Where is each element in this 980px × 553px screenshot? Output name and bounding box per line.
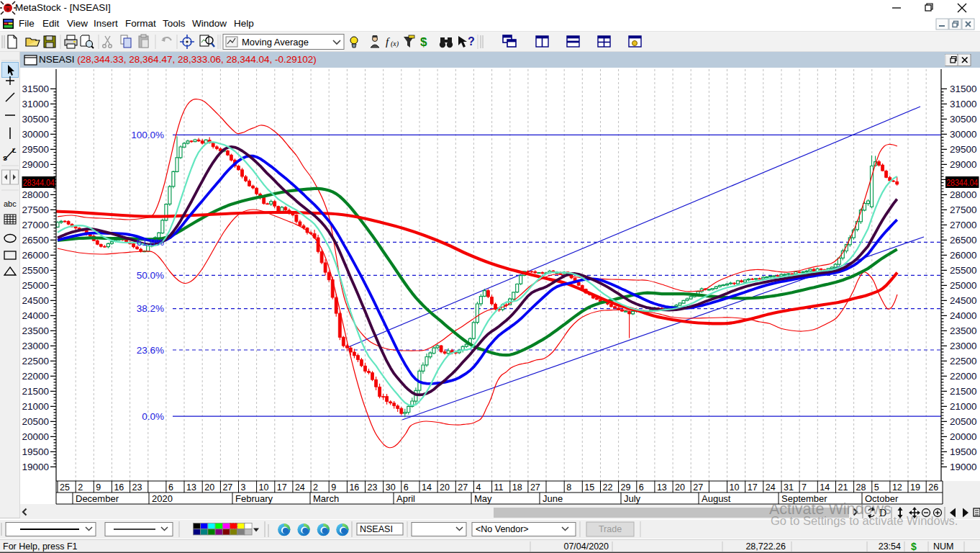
svg-text:24: 24 [295, 482, 305, 493]
svg-text:24000: 24000 [22, 310, 49, 321]
svg-text:0.0%: 0.0% [142, 411, 164, 422]
svg-text:8: 8 [566, 482, 571, 493]
svg-text:29000: 29000 [950, 159, 977, 170]
svg-text:9: 9 [331, 482, 336, 493]
svg-text:27: 27 [530, 482, 540, 493]
svg-text:30000: 30000 [950, 129, 977, 140]
svg-text:17: 17 [748, 482, 758, 493]
svg-text:22500: 22500 [22, 356, 49, 367]
svg-text:17: 17 [277, 482, 287, 493]
svg-text:23:54: 23:54 [879, 541, 901, 552]
svg-text:6: 6 [639, 482, 644, 493]
svg-text:$: $ [911, 541, 917, 552]
svg-text:27500: 27500 [22, 204, 49, 215]
svg-text:20: 20 [440, 482, 450, 493]
svg-text:24500: 24500 [22, 295, 49, 306]
svg-text:23500: 23500 [22, 325, 49, 336]
svg-text:20000: 20000 [950, 431, 977, 442]
svg-text:16: 16 [349, 482, 359, 493]
svg-text:June: June [543, 493, 563, 504]
svg-text:10: 10 [730, 482, 740, 493]
svg-text:27: 27 [222, 482, 232, 493]
svg-text:March: March [313, 493, 339, 504]
svg-text:07/04/2020: 07/04/2020 [563, 541, 609, 552]
svg-text:24000: 24000 [950, 310, 977, 321]
svg-text:December: December [76, 493, 119, 504]
svg-text:NUM: NUM [933, 541, 953, 552]
svg-text:31500: 31500 [22, 84, 49, 94]
svg-text:16: 16 [114, 482, 124, 493]
svg-text:22000: 22000 [22, 371, 49, 382]
svg-text:28: 28 [856, 482, 866, 493]
svg-text:50.0%: 50.0% [137, 270, 164, 281]
svg-text:26500: 26500 [950, 235, 977, 246]
svg-text:30000: 30000 [22, 129, 49, 140]
svg-text:29500: 29500 [950, 144, 977, 155]
svg-text:12: 12 [892, 482, 902, 493]
svg-text:30500: 30500 [22, 114, 49, 125]
svg-text:24500: 24500 [950, 295, 977, 306]
svg-text:2: 2 [313, 482, 318, 493]
svg-text:28344.04: 28344.04 [23, 177, 55, 188]
svg-text:27000: 27000 [950, 220, 977, 230]
svg-text:23500: 23500 [950, 325, 977, 336]
svg-text:26: 26 [928, 482, 938, 493]
svg-text:Trade: Trade [599, 524, 622, 534]
svg-text:18: 18 [512, 482, 522, 493]
svg-text:29500: 29500 [22, 144, 49, 155]
svg-text:31500: 31500 [950, 84, 977, 94]
svg-text:28,722.26: 28,722.26 [745, 541, 786, 552]
svg-text:23: 23 [368, 482, 378, 493]
svg-text:21000: 21000 [22, 401, 49, 412]
svg-text:4: 4 [476, 482, 481, 493]
svg-text:<No Vendor>: <No Vendor> [476, 524, 529, 534]
svg-text:27: 27 [458, 482, 468, 493]
svg-text:25000: 25000 [22, 280, 49, 291]
svg-text:20500: 20500 [950, 416, 977, 427]
svg-text:31: 31 [784, 482, 794, 493]
svg-text:28000: 28000 [22, 189, 49, 200]
svg-text:20500: 20500 [22, 416, 49, 427]
svg-text:25500: 25500 [950, 265, 977, 276]
svg-text:19500: 19500 [22, 446, 49, 457]
svg-text:23: 23 [132, 482, 142, 493]
svg-text:21500: 21500 [950, 386, 977, 397]
svg-text:28000: 28000 [950, 189, 977, 200]
svg-text:15: 15 [584, 482, 594, 493]
svg-text:23000: 23000 [22, 341, 49, 351]
svg-text:6: 6 [404, 482, 409, 493]
svg-text:21500: 21500 [22, 386, 49, 397]
svg-text:2020: 2020 [152, 493, 173, 504]
svg-text:19000: 19000 [22, 462, 49, 472]
svg-text:14: 14 [820, 482, 830, 493]
svg-text:26000: 26000 [22, 250, 49, 261]
svg-text:21000: 21000 [950, 401, 977, 412]
svg-text:20: 20 [675, 482, 685, 493]
svg-text:26500: 26500 [22, 235, 49, 246]
svg-text:23.6%: 23.6% [137, 345, 164, 356]
svg-text:100.0%: 100.0% [131, 130, 164, 140]
svg-text:For Help, press F1: For Help, press F1 [3, 541, 78, 552]
svg-text:20000: 20000 [22, 431, 49, 442]
svg-text:30500: 30500 [950, 114, 977, 125]
svg-text:27: 27 [693, 482, 703, 493]
svg-text:May: May [474, 493, 492, 504]
svg-text:April: April [396, 493, 415, 504]
svg-text:38.2%: 38.2% [137, 303, 164, 314]
svg-text:23000: 23000 [950, 341, 977, 351]
svg-text:3: 3 [241, 482, 246, 493]
svg-text:24: 24 [766, 482, 776, 493]
svg-text:2: 2 [78, 482, 83, 493]
svg-text:20: 20 [204, 482, 214, 493]
svg-text:6: 6 [168, 482, 173, 493]
svg-text:5: 5 [874, 482, 879, 493]
svg-text:61.8%: 61.8% [137, 237, 164, 248]
svg-text:27500: 27500 [950, 204, 977, 215]
svg-text:19: 19 [910, 482, 920, 493]
svg-text:10: 10 [259, 482, 269, 493]
svg-text:26000: 26000 [950, 250, 977, 261]
svg-text:22500: 22500 [950, 356, 977, 367]
svg-text:August: August [702, 493, 731, 504]
svg-text:25000: 25000 [950, 280, 977, 291]
svg-text:19500: 19500 [950, 446, 977, 457]
